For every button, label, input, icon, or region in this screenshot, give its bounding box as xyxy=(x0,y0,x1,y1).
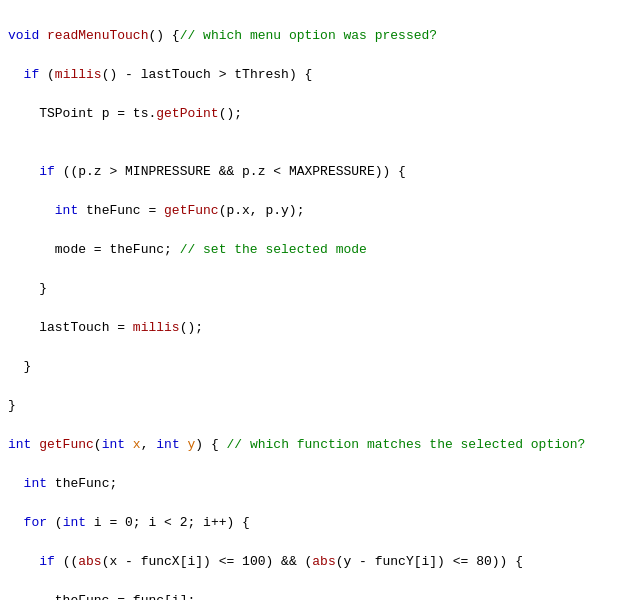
code-line-5: if ((p.z > MINPRESSURE && p.z < MAXPRESS… xyxy=(8,162,624,182)
code-line-6: int theFunc = getFunc(p.x, p.y); xyxy=(8,201,624,221)
code-line-16: theFunc = func[i]; xyxy=(8,591,624,600)
code-line-11: } xyxy=(8,396,624,416)
code-line-13: int theFunc; xyxy=(8,474,624,494)
code-line-1: void readMenuTouch() {// which menu opti… xyxy=(8,26,624,46)
code-line-14: for (int i = 0; i < 2; i++) { xyxy=(8,513,624,533)
code-line-8: } xyxy=(8,279,624,299)
code-line-9: lastTouch = millis(); xyxy=(8,318,624,338)
code-editor: void readMenuTouch() {// which menu opti… xyxy=(0,0,632,600)
code-line-10: } xyxy=(8,357,624,377)
code-line-3: TSPoint p = ts.getPoint(); xyxy=(8,104,624,124)
code-line-12: int getFunc(int x, int y) { // which fun… xyxy=(8,435,624,455)
code-line-2: if (millis() - lastTouch > tThresh) { xyxy=(8,65,624,85)
code-line-7: mode = theFunc; // set the selected mode xyxy=(8,240,624,260)
code-line-15: if ((abs(x - funcX[i]) <= 100) && (abs(y… xyxy=(8,552,624,572)
